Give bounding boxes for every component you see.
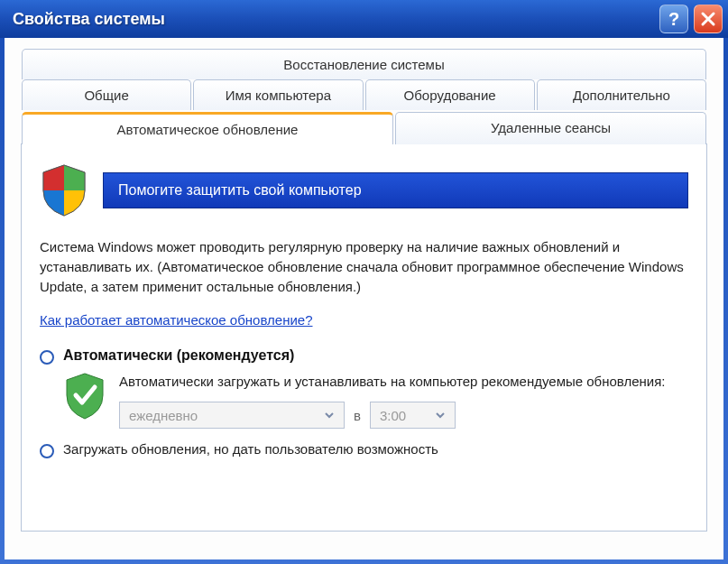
option-download: Загружать обновления, но дать пользовате… [40,441,688,458]
shield-icon [40,163,88,217]
tab-system-restore[interactable]: Восстановление системы [22,49,706,79]
window-title: Свойства системы [13,10,165,29]
option-download-label: Загружать обновления, но дать пользовате… [63,441,438,457]
frequency-value: ежедневно [129,408,198,423]
option-automatic-body: Автоматически загружать и устанавливать … [63,372,688,429]
radio-automatic[interactable] [40,350,54,365]
chevron-down-icon [320,406,338,424]
close-icon [700,11,716,27]
tab-computer-name[interactable]: Имя компьютера [193,79,363,110]
option-automatic-text: Автоматически загружать и устанавливать … [119,372,665,391]
banner-text: Помогите защитить свой компьютер [103,172,688,208]
content-area: Восстановление системы Общие Имя компьют… [5,38,723,559]
frequency-combo[interactable]: ежедневно [119,402,345,429]
radio-download[interactable] [40,444,54,458]
tabs-row-1: Восстановление системы [21,49,707,79]
tab-hardware[interactable]: Оборудование [365,79,535,110]
time-value: 3:00 [380,408,406,423]
time-combo[interactable]: 3:00 [370,402,456,429]
titlebar: Свойства системы ? [0,0,728,38]
chevron-down-icon [431,406,449,424]
tab-remote[interactable]: Удаленные сеансы [395,112,706,144]
option-automatic-label: Автоматически (рекомендуется) [63,347,294,364]
window-body: Восстановление системы Общие Имя компьют… [0,38,728,564]
help-button[interactable]: ? [659,5,688,33]
tabs-row-3: Автоматическое обновление Удаленные сеан… [21,112,707,144]
help-icon: ? [668,9,679,30]
tab-auto-updates[interactable]: Автоматическое обновление [22,112,393,144]
tabs-row-2: Общие Имя компьютера Оборудование Дополн… [21,79,707,110]
tab-general[interactable]: Общие [22,79,191,110]
option-automatic-content: Автоматически загружать и устанавливать … [119,372,665,429]
how-it-works-link[interactable]: Как работает автоматическое обновление? [40,312,313,328]
tab-advanced[interactable]: Дополнительно [537,79,706,110]
at-label: в [354,408,361,423]
description-text: Система Windows может проводить регулярн… [40,237,688,296]
titlebar-buttons: ? [659,5,723,33]
option-automatic: Автоматически (рекомендуется) [40,347,688,365]
schedule-row: ежедневно в 3:00 [119,402,665,429]
banner: Помогите защитить свой компьютер [40,163,688,217]
shield-check-icon [63,372,106,421]
close-button[interactable] [694,5,723,33]
tab-panel: Помогите защитить свой компьютер Система… [21,143,707,532]
